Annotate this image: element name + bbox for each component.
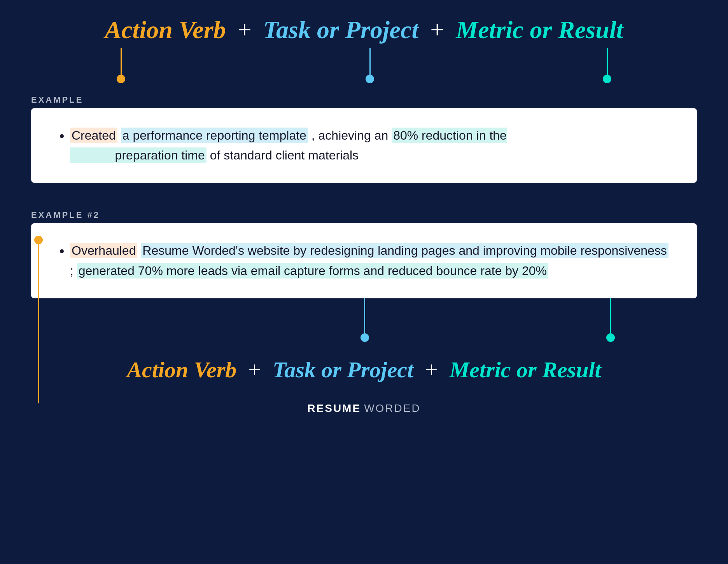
example2-section: EXAMPLE #2 Overhauled Resume Worded's we… bbox=[31, 198, 697, 382]
teal-dot-1 bbox=[603, 75, 611, 83]
example2-list: Overhauled Resume Worded's website by re… bbox=[70, 241, 674, 280]
orange-dot-1 bbox=[117, 75, 125, 83]
brand-worded-text: WORDED bbox=[364, 402, 421, 415]
example1-connector-text: , achieving an bbox=[312, 128, 392, 142]
blue-line-1 bbox=[369, 48, 371, 75]
header-plus-2: + bbox=[430, 16, 444, 44]
example2-outer: Overhauled Resume Worded's website by re… bbox=[31, 223, 697, 352]
example1-list: Created a performance reporting template… bbox=[70, 126, 674, 165]
example2-action-span: Overhauled bbox=[70, 243, 137, 258]
connector-orange-example1 bbox=[117, 48, 125, 83]
connector-blue-example1 bbox=[366, 48, 374, 83]
example2-semi: ; bbox=[70, 264, 77, 278]
connectors-below-space bbox=[31, 302, 697, 353]
example1-action-span: Created bbox=[70, 128, 117, 143]
footer-plus-1: + bbox=[248, 357, 261, 383]
example2-item: Overhauled Resume Worded's website by re… bbox=[70, 241, 674, 280]
example2-task-span: Resume Worded's website by redesigning l… bbox=[141, 243, 668, 258]
footer-formula: Action Verb + Task or Project + Metric o… bbox=[31, 357, 697, 383]
orange-tall-connector bbox=[38, 239, 39, 403]
connector-teal-example1 bbox=[603, 48, 611, 83]
connectors-above-example1 bbox=[31, 48, 697, 83]
footer-task: Task or Project bbox=[273, 357, 413, 383]
example1-task-span: a performance reporting template bbox=[121, 128, 308, 143]
example1-item: Created a performance reporting template… bbox=[70, 126, 674, 165]
brand-resume-text: RESUME bbox=[307, 402, 361, 415]
teal-line-1 bbox=[607, 48, 608, 75]
orange-line-1 bbox=[121, 48, 122, 75]
example2-box: Overhauled Resume Worded's website by re… bbox=[31, 223, 697, 298]
header-formula: Action Verb + Task or Project + Metric o… bbox=[31, 16, 697, 44]
footer-plus-2: + bbox=[425, 357, 438, 383]
example2-label: EXAMPLE #2 bbox=[31, 210, 697, 220]
header-action-verb: Action Verb bbox=[105, 16, 226, 44]
footer-action-verb: Action Verb bbox=[127, 357, 236, 383]
footer-metric: Metric or Result bbox=[450, 357, 601, 383]
blue-dot-1 bbox=[366, 75, 374, 83]
branding: RESUME WORDED bbox=[307, 402, 420, 415]
example1-box: Created a performance reporting template… bbox=[31, 108, 697, 183]
header-task: Task or Project bbox=[263, 16, 418, 44]
example1-label: EXAMPLE bbox=[31, 95, 697, 105]
header-metric: Metric or Result bbox=[456, 16, 623, 44]
header-plus-1: + bbox=[238, 16, 252, 44]
example2-metric-span: generated 70% more leads via email captu… bbox=[77, 263, 548, 278]
example1-end-text: of standard client materials bbox=[210, 148, 359, 162]
example1-section: EXAMPLE Created a performance reporting … bbox=[31, 48, 697, 187]
